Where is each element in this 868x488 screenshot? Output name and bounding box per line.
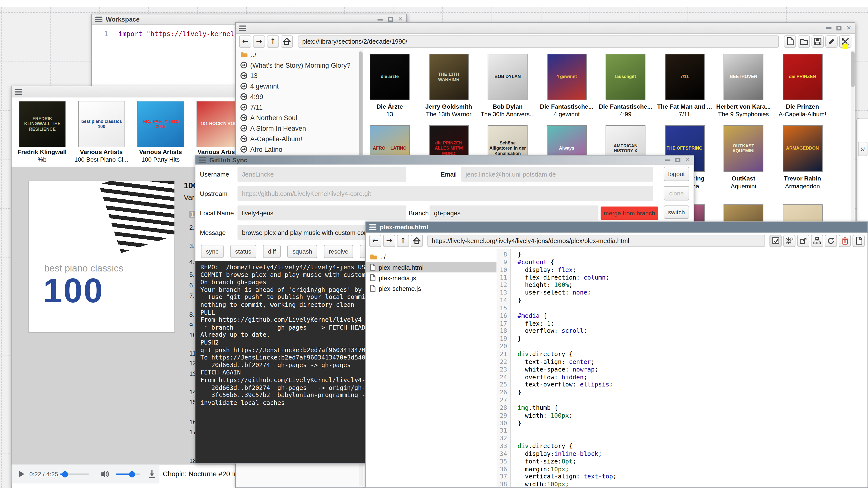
seek-handle[interactable] xyxy=(62,471,68,478)
sidebar-item[interactable]: Afro Latino xyxy=(236,144,363,154)
download-icon[interactable] xyxy=(148,469,156,479)
diff-button[interactable]: diff xyxy=(263,245,281,258)
file-list-item[interactable]: plex-media.html xyxy=(366,262,497,272)
merge-from-branch-button[interactable]: merge from branch xyxy=(600,207,658,220)
settings-gears-icon[interactable] xyxy=(783,235,796,247)
album-cover[interactable]: 4 gewinnt xyxy=(547,54,587,100)
code-line: display: flex; xyxy=(518,266,868,274)
file-name: plex-media.js xyxy=(379,274,416,281)
album-artist-label: Trevor Rabin xyxy=(773,175,832,182)
forward-icon[interactable]: → xyxy=(383,235,395,247)
sync-button[interactable]: sync xyxy=(201,245,223,258)
email-field[interactable] xyxy=(461,167,653,182)
album-art-text: best piano classics 100 xyxy=(79,118,125,130)
volume-icon[interactable] xyxy=(101,469,110,479)
file-list-item[interactable]: plex-media.js xyxy=(366,272,497,283)
album-cover[interactable]: NRJ PARTY HITS 2013 xyxy=(137,101,184,147)
save-icon[interactable] xyxy=(812,35,824,47)
forward-icon[interactable]: → xyxy=(253,35,265,47)
album-cover[interactable]: BOB DYLAN xyxy=(488,54,528,100)
resolve-button[interactable]: resolve xyxy=(324,245,353,258)
code-line: user-select: none; xyxy=(518,289,868,297)
sitemap-icon[interactable] xyxy=(811,235,823,247)
squash-button[interactable]: squash xyxy=(287,245,317,258)
close-icon[interactable]: ✕ xyxy=(398,17,403,22)
new-file-icon[interactable] xyxy=(852,235,865,247)
folder-icon[interactable] xyxy=(798,35,810,47)
back-icon[interactable]: ← xyxy=(239,35,251,47)
code-line: div.directory { xyxy=(518,443,868,450)
clone-button[interactable]: clone xyxy=(664,186,689,201)
home-icon[interactable] xyxy=(281,35,293,47)
minimize-icon[interactable] xyxy=(377,19,383,20)
maximize-icon[interactable] xyxy=(388,17,393,22)
menu-icon[interactable] xyxy=(199,157,206,163)
file-list-item[interactable]: plex-scheme.js xyxy=(366,283,497,294)
switch-button[interactable]: switch xyxy=(664,206,689,219)
github-titlebar[interactable]: GitHub Sync ✕ xyxy=(195,156,693,165)
menu-icon[interactable] xyxy=(95,17,102,22)
local-name-field[interactable] xyxy=(238,206,406,220)
window-title: plex-media.html xyxy=(380,224,428,230)
open-external-icon[interactable] xyxy=(797,235,809,247)
album-cover[interactable]: BEETHOVEN xyxy=(724,54,764,100)
sidebar-item[interactable]: 4:99 xyxy=(236,91,363,102)
play-icon[interactable] xyxy=(18,470,25,478)
sidebar-item[interactable]: 7/11 xyxy=(236,102,363,113)
sidebar-item[interactable]: 13 xyxy=(236,70,363,81)
maximize-icon[interactable] xyxy=(836,26,841,30)
menu-icon[interactable] xyxy=(15,89,22,94)
plex-titlebar[interactable]: ✕ xyxy=(236,23,855,34)
album-cover[interactable]: OUTKAST AQUEMINI xyxy=(724,125,764,172)
album-cover[interactable]: lauschgift xyxy=(606,54,646,100)
album-cover-large[interactable]: best piano classics 100 xyxy=(28,181,175,333)
new-file-icon[interactable] xyxy=(784,35,796,47)
sidebar-item[interactable]: A-Capella-Album! xyxy=(236,133,363,144)
sidebar-item[interactable]: ../ xyxy=(236,49,363,60)
address-bar[interactable] xyxy=(427,235,765,247)
status-button[interactable]: status xyxy=(230,245,256,258)
minimize-icon[interactable] xyxy=(665,159,671,161)
album-cover[interactable]: best piano classics 100 xyxy=(78,101,125,147)
sidebar-item[interactable]: (What's the Story) Morning Glory? xyxy=(236,60,363,70)
album-cover[interactable]: die ärzte xyxy=(370,54,410,100)
edit-pencil-icon[interactable] xyxy=(825,35,838,47)
background-button-fragment[interactable]: 9 xyxy=(858,142,867,156)
close-icon[interactable]: ✕ xyxy=(846,25,851,31)
album-cover[interactable]: FREDRIK KLINGWALL THE RESILIENCE xyxy=(19,101,66,147)
checkbox-icon[interactable] xyxy=(770,235,782,247)
line-number: 1 xyxy=(104,30,108,38)
branch-field[interactable] xyxy=(430,206,598,220)
email-label: Email xyxy=(441,171,457,178)
close-icon[interactable]: ✕ xyxy=(685,157,690,163)
home-icon[interactable] xyxy=(411,235,423,247)
album-artist-label: Various Artists xyxy=(72,148,131,155)
up-icon[interactable]: ↑ xyxy=(397,235,409,247)
album-artist-label: Herbert von Kara... xyxy=(714,103,773,110)
logout-button[interactable]: logout xyxy=(664,167,689,181)
album-cover[interactable]: die PRINZEN xyxy=(782,54,823,100)
sidebar-item[interactable]: 4 gewinnt xyxy=(236,81,363,91)
sidebar-item[interactable]: A Storm In Heaven xyxy=(236,123,363,133)
maximize-icon[interactable] xyxy=(675,158,680,162)
album-cover[interactable]: THE 13TH WARRIOR xyxy=(429,54,469,100)
editor-titlebar[interactable]: plex-media.html xyxy=(366,222,868,233)
address-bar[interactable] xyxy=(298,35,779,47)
minimize-icon[interactable] xyxy=(826,27,832,29)
album-cover[interactable]: ARMAGEDDON xyxy=(782,125,823,172)
file-icon xyxy=(370,285,376,292)
refresh-icon[interactable] xyxy=(825,235,837,247)
username-field[interactable] xyxy=(238,167,406,182)
code-editor[interactable]: }#content { display: flex; flex-directio… xyxy=(512,249,868,487)
delete-trash-icon[interactable] xyxy=(839,235,851,247)
album-title-label: Armageddon xyxy=(773,183,832,189)
album-cover[interactable]: 7/11 xyxy=(664,54,705,100)
menu-icon[interactable] xyxy=(239,25,246,31)
file-list-item[interactable]: ../ xyxy=(366,251,497,262)
upstream-field[interactable] xyxy=(238,186,653,201)
sidebar-item[interactable]: A Northern Soul xyxy=(236,112,363,123)
up-icon[interactable]: ↑ xyxy=(267,35,279,47)
volume-handle[interactable] xyxy=(129,471,135,478)
back-icon[interactable]: ← xyxy=(369,235,381,247)
menu-icon[interactable] xyxy=(369,224,376,230)
